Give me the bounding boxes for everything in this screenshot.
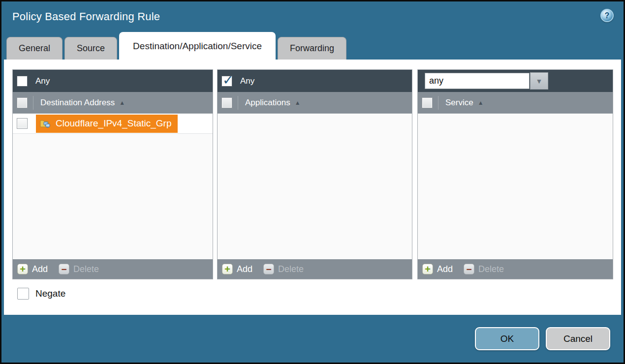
sort-ascending-icon[interactable]: ▲ (478, 99, 484, 106)
dialog-title: Policy Based Forwarding Rule (12, 10, 160, 23)
header-separator (438, 96, 438, 110)
applications-delete-button[interactable]: − Delete (263, 264, 304, 274)
service-footer: + Add − Delete (418, 259, 613, 279)
service-column-header: Service ▲ (418, 92, 613, 114)
sort-ascending-icon[interactable]: ▲ (295, 99, 301, 106)
destination-footer: + Add − Delete (13, 259, 213, 279)
applications-select-all-checkbox[interactable] (221, 97, 232, 108)
applications-header-label[interactable]: Applications (245, 98, 290, 108)
service-selector-bar: ▼ (418, 70, 613, 92)
destination-any-bar: Any (13, 70, 213, 92)
tab-forwarding[interactable]: Forwarding (278, 37, 346, 60)
cancel-button[interactable]: Cancel (546, 327, 610, 350)
applications-footer: + Add − Delete (218, 259, 412, 279)
applications-list (218, 114, 412, 259)
destination-row-checkbox[interactable] (17, 118, 28, 129)
dialog-footer: OK Cancel (1, 315, 624, 363)
destination-any-label: Any (35, 76, 50, 86)
destination-any-checkbox[interactable] (17, 76, 28, 87)
header-separator (238, 96, 238, 110)
add-icon: + (422, 264, 433, 274)
service-delete-button[interactable]: − Delete (464, 264, 504, 274)
selected-address-chip[interactable]: Cloudflare_IPv4_Static_Grp (36, 115, 178, 133)
pbf-rule-dialog: Policy Based Forwarding Rule ? General S… (0, 0, 625, 364)
address-group-name: Cloudflare_IPv4_Static_Grp (56, 118, 172, 129)
help-icon[interactable]: ? (600, 9, 614, 22)
header-separator (33, 96, 33, 110)
service-dropdown: ▼ (425, 72, 548, 90)
service-dropdown-input[interactable] (425, 73, 530, 89)
checkmark-icon: ✓ (222, 72, 234, 88)
negate-option: Negate (17, 288, 621, 300)
destination-column-header: Destination Address ▲ (13, 92, 213, 114)
add-icon: + (222, 264, 233, 274)
destination-list-item[interactable]: Cloudflare_IPv4_Static_Grp (13, 114, 213, 134)
negate-checkbox[interactable] (17, 288, 29, 300)
applications-any-checkbox[interactable]: ✓ (221, 76, 232, 87)
applications-add-button[interactable]: + Add (222, 264, 252, 274)
tab-content-panel: Any Destination Address ▲ (4, 60, 621, 315)
tab-source[interactable]: Source (64, 37, 117, 60)
address-group-icon (40, 119, 51, 128)
add-icon: + (17, 264, 28, 274)
service-add-button[interactable]: + Add (422, 264, 453, 274)
service-panel: ▼ Service ▲ + Add − D (417, 69, 613, 279)
destination-header-label[interactable]: Destination Address (40, 98, 115, 108)
delete-icon: − (464, 264, 474, 274)
applications-column-header: Applications ▲ (218, 92, 412, 114)
title-bar: Policy Based Forwarding Rule ? (1, 1, 624, 32)
destination-add-button[interactable]: + Add (17, 264, 48, 274)
service-list (418, 114, 613, 259)
service-header-label[interactable]: Service (445, 98, 473, 108)
sort-ascending-icon[interactable]: ▲ (119, 99, 125, 106)
negate-label: Negate (35, 288, 65, 299)
destination-list: Cloudflare_IPv4_Static_Grp (13, 114, 213, 259)
applications-any-label: Any (240, 76, 254, 86)
tab-bar: General Source Destination/Application/S… (1, 32, 624, 60)
help-glyph: ? (605, 11, 610, 20)
service-select-all-checkbox[interactable] (422, 97, 433, 108)
delete-icon: − (59, 264, 69, 274)
tab-destination-application-service[interactable]: Destination/Application/Service (119, 32, 276, 60)
applications-any-bar: ✓ Any (218, 70, 412, 92)
destination-select-all-checkbox[interactable] (17, 97, 28, 108)
destination-address-panel: Any Destination Address ▲ (12, 69, 213, 279)
delete-icon: − (263, 264, 274, 274)
applications-panel: ✓ Any Applications ▲ + Add − (217, 69, 412, 279)
destination-delete-button[interactable]: − Delete (59, 264, 99, 274)
chevron-down-icon[interactable]: ▼ (530, 72, 548, 90)
selector-columns: Any Destination Address ▲ (4, 60, 621, 279)
tab-general[interactable]: General (6, 37, 62, 60)
ok-button[interactable]: OK (475, 327, 539, 350)
